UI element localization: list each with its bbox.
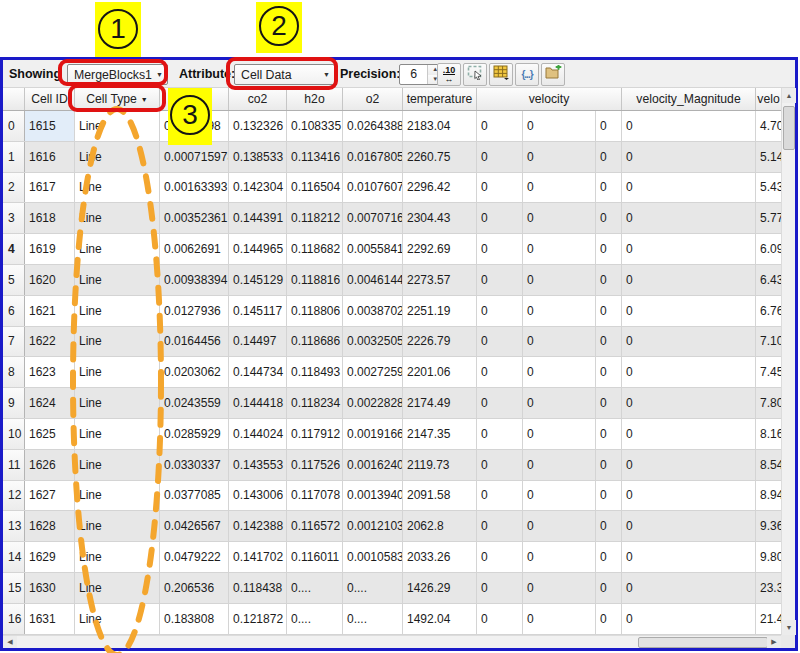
velocity-x-cell[interactable]: 0 — [477, 542, 523, 572]
cell-id-cell[interactable]: 1628 — [25, 511, 75, 541]
overflow-column-cell[interactable]: 8.94 — [756, 481, 781, 511]
hidden-column-cell[interactable]: 0.206536 — [160, 573, 229, 603]
row-index-cell[interactable]: 14 — [3, 542, 25, 572]
cell-id-cell[interactable]: 1629 — [25, 542, 75, 572]
h2o-cell[interactable]: 0.118816 — [287, 265, 343, 295]
o2-cell[interactable]: 0.00461442 — [343, 265, 403, 295]
h2o-cell[interactable]: 0.118682 — [287, 234, 343, 264]
co2-cell[interactable]: 0.144024 — [229, 419, 287, 449]
cell-id-cell[interactable]: 1622 — [25, 327, 75, 357]
velocity-magnitude-cell[interactable]: 0 — [622, 481, 756, 511]
velocity-z-cell[interactable]: 0 — [596, 357, 622, 387]
cell-type-cell[interactable]: Line — [75, 327, 160, 357]
cell-id-header[interactable]: Cell ID — [25, 88, 75, 110]
velocity-magnitude-cell[interactable]: 0 — [622, 265, 756, 295]
row-index-cell[interactable]: 3 — [3, 203, 25, 233]
velocity-z-cell[interactable]: 0 — [596, 388, 622, 418]
h2o-cell[interactable]: 0.118686 — [287, 327, 343, 357]
h2o-cell[interactable]: 0.118493 — [287, 357, 343, 387]
o2-cell[interactable]: 0.00707165 — [343, 203, 403, 233]
velocity-y-cell[interactable]: 0 — [523, 142, 596, 172]
h2o-cell[interactable]: 0.... — [287, 573, 343, 603]
h2o-header[interactable]: h2o — [287, 88, 343, 110]
vertical-scrollbar[interactable]: ▲ ▼ — [781, 88, 795, 635]
o2-cell[interactable]: 0.0264388 — [343, 111, 403, 141]
velocity-magnitude-cell[interactable]: 0 — [622, 542, 756, 572]
temperature-cell[interactable]: 2033.26 — [403, 542, 477, 572]
temperature-cell[interactable]: 1426.29 — [403, 573, 477, 603]
overflow-column-cell[interactable]: 7.45 — [756, 357, 781, 387]
velocity-x-cell[interactable]: 0 — [477, 604, 523, 634]
o2-cell[interactable]: 0.00191661 — [343, 419, 403, 449]
velocity-z-cell[interactable]: 0 — [596, 296, 622, 326]
h2o-cell[interactable]: 0.117912 — [287, 419, 343, 449]
velocity-y-cell[interactable]: 0 — [523, 327, 596, 357]
co2-cell[interactable]: 0.142304 — [229, 173, 287, 203]
velocity-magnitude-cell[interactable]: 0 — [622, 604, 756, 634]
h2o-cell[interactable]: 0.117526 — [287, 450, 343, 480]
co2-cell[interactable]: 0.14497 — [229, 327, 287, 357]
row-index-cell[interactable]: 13 — [3, 511, 25, 541]
cell-id-cell[interactable]: 1623 — [25, 357, 75, 387]
cell-id-cell[interactable]: 1619 — [25, 234, 75, 264]
h2o-cell[interactable]: 0.117078 — [287, 481, 343, 511]
o2-cell[interactable]: 0.00325057 — [343, 327, 403, 357]
cell-id-cell[interactable]: 1617 — [25, 173, 75, 203]
row-index-cell[interactable]: 11 — [3, 450, 25, 480]
velocity-magnitude-cell[interactable]: 0 — [622, 111, 756, 141]
column-visibility-button[interactable] — [489, 63, 513, 86]
cell-type-cell[interactable]: Line — [75, 573, 160, 603]
cell-connectivity-button[interactable]: {...} — [515, 63, 539, 86]
overflow-column-cell[interactable]: 6.09 — [756, 234, 781, 264]
temperature-cell[interactable]: 2251.19 — [403, 296, 477, 326]
cell-id-cell[interactable]: 1631 — [25, 604, 75, 634]
o2-cell[interactable]: 0.00105839 — [343, 542, 403, 572]
o2-cell[interactable]: 0.0167805 — [343, 142, 403, 172]
row-index-cell[interactable]: 10 — [3, 419, 25, 449]
overflow-column-cell[interactable]: 5.77 — [756, 203, 781, 233]
h2o-cell[interactable]: 0.116572 — [287, 511, 343, 541]
scroll-down-button[interactable]: ▼ — [782, 620, 796, 635]
cell-id-cell[interactable]: 1616 — [25, 142, 75, 172]
hidden-column-cell[interactable]: 0.00163393 — [160, 173, 229, 203]
overflow-column-cell[interactable]: 5.14 — [756, 142, 781, 172]
velocity-y-cell[interactable]: 0 — [523, 357, 596, 387]
overflow-column-cell[interactable]: 8.54 — [756, 450, 781, 480]
row-index-cell[interactable]: 15 — [3, 573, 25, 603]
cell-type-cell[interactable]: Line — [75, 357, 160, 387]
co2-cell[interactable]: 0.144734 — [229, 357, 287, 387]
horizontal-scrollbar[interactable]: ◀ ▶ — [3, 635, 781, 648]
row-index-cell[interactable]: 4 — [3, 234, 25, 264]
co2-cell[interactable]: 0.141702 — [229, 542, 287, 572]
velocity-y-cell[interactable]: 0 — [523, 265, 596, 295]
row-index-header[interactable] — [3, 88, 25, 110]
decimal-representation-button[interactable]: .10 ↔ — [437, 63, 461, 86]
velocity-z-cell[interactable]: 0 — [596, 142, 622, 172]
velocity-z-cell[interactable]: 0 — [596, 327, 622, 357]
export-spreadsheet-button[interactable] — [541, 63, 565, 86]
o2-header[interactable]: o2 — [343, 88, 403, 110]
velocity-x-cell[interactable]: 0 — [477, 511, 523, 541]
o2-cell[interactable]: 0.00162405 — [343, 450, 403, 480]
velocity-magnitude-cell[interactable]: 0 — [622, 357, 756, 387]
o2-cell[interactable]: 0.00228281 — [343, 388, 403, 418]
temperature-cell[interactable]: 2147.35 — [403, 419, 477, 449]
velocity-magnitude-cell[interactable]: 0 — [622, 327, 756, 357]
scroll-right-button[interactable]: ▶ — [767, 636, 781, 648]
velocity-z-cell[interactable]: 0 — [596, 511, 622, 541]
velocity-magnitude-cell[interactable]: 0 — [622, 296, 756, 326]
cell-id-cell[interactable]: 1620 — [25, 265, 75, 295]
velocity-magnitude-header[interactable]: velocity_Magnitude — [622, 88, 756, 110]
velocity-z-cell[interactable]: 0 — [596, 203, 622, 233]
velocity-magnitude-cell[interactable]: 0 — [622, 173, 756, 203]
row-index-cell[interactable]: 1 — [3, 142, 25, 172]
velocity-x-cell[interactable]: 0 — [477, 388, 523, 418]
temperature-cell[interactable]: 2091.58 — [403, 481, 477, 511]
velocity-x-cell[interactable]: 0 — [477, 173, 523, 203]
cell-id-cell[interactable]: 1615 — [25, 111, 75, 141]
velocity-header[interactable]: velocity — [477, 88, 622, 110]
temperature-cell[interactable]: 2296.42 — [403, 173, 477, 203]
cell-type-cell[interactable]: Line — [75, 604, 160, 634]
cell-id-cell[interactable]: 1624 — [25, 388, 75, 418]
velocity-z-cell[interactable]: 0 — [596, 481, 622, 511]
